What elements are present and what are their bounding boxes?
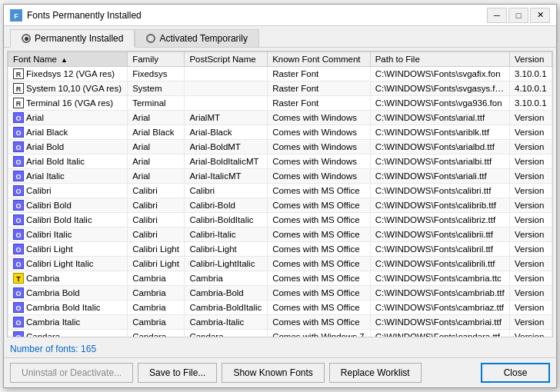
cell-family: Arial Black (128, 125, 185, 140)
minimize-button[interactable]: ─ (487, 8, 507, 23)
sort-arrow-font-name: ▲ (61, 56, 68, 64)
font-type-icon: O (13, 200, 24, 211)
table-row[interactable]: OCalibri Calibri Calibri Comes with MS O… (8, 184, 552, 198)
close-button[interactable]: Close (481, 363, 550, 383)
cell-version: Version (509, 154, 552, 169)
table-row[interactable]: OCambria Bold Italic Cambria Cambria-Bol… (8, 301, 552, 315)
cell-postscript: Arial-Black (185, 125, 268, 140)
table-row[interactable]: OCalibri Light Calibri Light Calibri-Lig… (8, 242, 552, 257)
cell-family: Candara (128, 330, 185, 338)
cell-postscript: Arial-BoldMT (185, 140, 268, 154)
cell-font-name: TCambria (8, 271, 128, 286)
table-row[interactable]: OArial Arial ArialMT Comes with Windows … (8, 111, 552, 125)
table-row[interactable]: OArial Bold Italic Arial Arial-BoldItali… (8, 154, 552, 169)
cell-postscript: Candara (185, 330, 268, 338)
cell-family: Calibri (128, 184, 185, 198)
save-button[interactable]: Save to File... (138, 363, 217, 383)
cell-family: Terminal (128, 96, 185, 111)
cell-postscript (185, 96, 268, 111)
tab-radio-permanently-installed (22, 34, 31, 43)
content-area: Font Name ▲ Family PostScript Name Known… (4, 48, 556, 341)
cell-family: Calibri (128, 228, 185, 242)
cell-version: Version (509, 315, 552, 330)
fonts-table: Font Name ▲ Family PostScript Name Known… (8, 51, 552, 337)
table-row[interactable]: OCambria Bold Cambria Cambria-Bold Comes… (8, 286, 552, 301)
show-known-fonts-button[interactable]: Show Known Fonts (222, 363, 324, 383)
cell-postscript (185, 67, 268, 81)
table-row[interactable]: OArial Black Arial Black Arial-Black Com… (8, 125, 552, 140)
table-row[interactable]: OCalibri Bold Italic Calibri Calibri-Bol… (8, 213, 552, 228)
cell-postscript: Calibri-Light (185, 242, 268, 257)
cell-version: 3.10.0.1 (509, 96, 552, 111)
table-row[interactable]: OCalibri Bold Calibri Calibri-Bold Comes… (8, 198, 552, 213)
font-type-icon: O (13, 156, 24, 167)
cell-family: Fixedsys (128, 67, 185, 81)
table-row[interactable]: OCandara Candara Candara Comes with Wind… (8, 330, 552, 338)
cell-comment: Comes with MS Office (268, 198, 371, 213)
col-header-comment[interactable]: Known Font Comment (268, 52, 371, 67)
table-row[interactable]: OArial Italic Arial Arial-ItalicMT Comes… (8, 169, 552, 184)
font-type-icon: O (13, 141, 24, 152)
cell-postscript: Cambria-Italic (185, 315, 268, 330)
cell-family: Cambria (128, 271, 185, 286)
cell-font-name: OCalibri (8, 184, 128, 198)
table-row[interactable]: OCalibri Italic Calibri Calibri-Italic C… (8, 228, 552, 242)
table-row[interactable]: OArial Bold Arial Arial-BoldMT Comes wit… (8, 140, 552, 154)
cell-family: Calibri (128, 198, 185, 213)
col-header-font-name[interactable]: Font Name ▲ (8, 52, 128, 67)
cell-font-name: RSystem 10,10 (VGA res) (8, 81, 128, 96)
cell-comment: Comes with Windows (268, 125, 371, 140)
cell-postscript: Cambria (185, 271, 268, 286)
cell-postscript: ArialMT (185, 111, 268, 125)
cell-family: Calibri (128, 213, 185, 228)
cell-postscript: Calibri-Bold (185, 198, 268, 213)
cell-path: C:\WINDOWS\Fonts\calibriz.ttf (370, 213, 509, 228)
tab-activated-temporarily[interactable]: Activated Temporarily (135, 29, 259, 47)
cell-font-name: OCambria Bold Italic (8, 301, 128, 315)
font-type-icon: R (13, 83, 24, 94)
cell-comment: Comes with MS Office (268, 315, 371, 330)
cell-comment: Comes with Windows 7 (268, 330, 371, 338)
table-row[interactable]: OCambria Italic Cambria Cambria-Italic C… (8, 315, 552, 330)
font-type-icon: O (13, 317, 24, 327)
close-title-button[interactable]: ✕ (530, 8, 550, 23)
replace-worklist-button[interactable]: Replace Worklist (329, 363, 422, 383)
cell-font-name: OCambria Italic (8, 315, 128, 330)
cell-comment: Comes with MS Office (268, 271, 371, 286)
cell-font-name: OCalibri Light Italic (8, 257, 128, 271)
cell-version: Version (509, 257, 552, 271)
cell-font-name: OArial Italic (8, 169, 128, 184)
cell-comment: Comes with Windows (268, 169, 371, 184)
maximize-button[interactable]: □ (508, 8, 528, 23)
font-type-icon: O (13, 229, 24, 240)
cell-path: C:\WINDOWS\Fonts\cambriai.ttf (370, 315, 509, 330)
cell-version: Version (509, 271, 552, 286)
cell-path: C:\WINDOWS\Fonts\calibrili.ttf (370, 257, 509, 271)
window-title: Fonts Permanently Installed (27, 10, 142, 21)
col-header-path[interactable]: Path to File (370, 52, 509, 67)
table-row[interactable]: RSystem 10,10 (VGA res) System Raster Fo… (8, 81, 552, 96)
cell-family: Calibri Light (128, 257, 185, 271)
cell-family: System (128, 81, 185, 96)
col-header-family[interactable]: Family (128, 52, 185, 67)
table-row[interactable]: TCambria Cambria Cambria Comes with MS O… (8, 271, 552, 286)
tab-permanently-installed[interactable]: Permanently Installed (10, 29, 135, 48)
button-bar: Uninstall or Deactivate... Save to File.… (4, 357, 556, 387)
cell-path: C:\WINDOWS\Fonts\svgafix.fon (370, 67, 509, 81)
table-row[interactable]: RTerminal 16 (VGA res) Terminal Raster F… (8, 96, 552, 111)
cell-version: Version (509, 242, 552, 257)
cell-postscript: Arial-ItalicMT (185, 169, 268, 184)
cell-path: C:\WINDOWS\Fonts\calibri.ttf (370, 184, 509, 198)
cell-family: Arial (128, 169, 185, 184)
cell-font-name: OCambria Bold (8, 286, 128, 301)
cell-font-name: OCandara (8, 330, 128, 338)
cell-path: C:\WINDOWS\Fonts\ariali.ttf (370, 169, 509, 184)
uninstall-button[interactable]: Uninstall or Deactivate... (10, 363, 133, 383)
cell-version: Version (509, 111, 552, 125)
col-header-postscript[interactable]: PostScript Name (185, 52, 268, 67)
table-row[interactable]: OCalibri Light Italic Calibri Light Cali… (8, 257, 552, 271)
tab-radio-activated-temporarily (146, 34, 155, 43)
col-header-version[interactable]: Version (509, 52, 552, 67)
table-row[interactable]: RFixedsys 12 (VGA res) Fixedsys Raster F… (8, 67, 552, 81)
fonts-table-container[interactable]: Font Name ▲ Family PostScript Name Known… (7, 51, 553, 337)
